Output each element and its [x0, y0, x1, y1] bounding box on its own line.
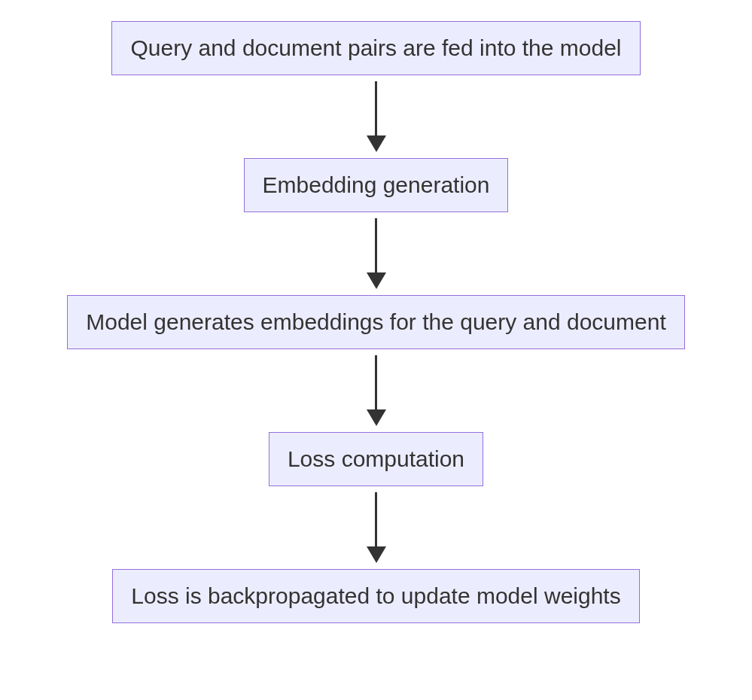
arrow-3 [367, 349, 386, 432]
arrow-line [375, 81, 377, 135]
flowchart-node-input: Query and document pairs are fed into th… [111, 21, 640, 75]
flowchart-node-embedding: Embedding generation [244, 158, 509, 212]
arrow-1 [367, 75, 386, 158]
arrow-line [375, 218, 377, 272]
arrow-head-icon [367, 272, 386, 289]
arrow-line [375, 492, 377, 546]
arrow-head-icon [367, 135, 386, 152]
arrow-head-icon [367, 409, 386, 426]
node-label: Model generates embeddings for the query… [86, 309, 666, 334]
node-label: Query and document pairs are fed into th… [130, 35, 621, 60]
arrow-4 [367, 486, 386, 569]
node-label: Loss is backpropagated to update model w… [131, 583, 620, 608]
node-label: Loss computation [288, 446, 464, 471]
arrow-head-icon [367, 546, 386, 563]
arrow-line [375, 355, 377, 409]
node-label: Embedding generation [263, 172, 490, 197]
flowchart-node-backprop: Loss is backpropagated to update model w… [112, 569, 639, 623]
flowchart-node-generate: Model generates embeddings for the query… [67, 295, 685, 349]
arrow-2 [367, 212, 386, 295]
flowchart-node-loss: Loss computation [269, 432, 483, 486]
